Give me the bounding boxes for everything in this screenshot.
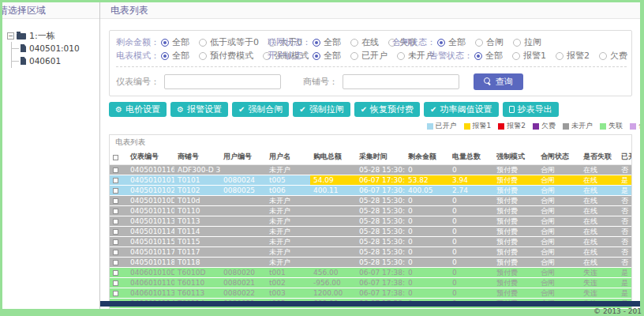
table-cell: [220, 247, 266, 258]
row-checkbox[interactable]: [113, 239, 118, 245]
row-checkbox[interactable]: [113, 209, 118, 214]
row-checkbox[interactable]: [113, 198, 118, 204]
tree-node-root[interactable]: − 1:一栋: [7, 30, 99, 42]
row-checkbox[interactable]: [113, 219, 118, 224]
table-row[interactable]: 0405010114T0114未开户05-28 15:30:0000预付费合闸在…: [110, 227, 631, 237]
radio-option[interactable]: 报警1: [512, 50, 546, 62]
row-checkbox[interactable]: [113, 167, 118, 173]
radio-option[interactable]: 欠费: [599, 50, 627, 62]
check-icon: ✔: [361, 106, 367, 114]
table-row[interactable]: 040601010DT6010D0080020t001456.0006-07 1…: [110, 268, 631, 278]
table-cell: 在线: [580, 186, 618, 196]
radio-option[interactable]: 报警2: [556, 50, 590, 62]
强制拉闸-button[interactable]: ✔强制拉闸: [293, 102, 350, 117]
legend-item: 合闸: [630, 121, 640, 131]
tree-node-040601[interactable]: 040601: [21, 55, 99, 67]
table-row[interactable]: 0405010110T0110未开户05-28 15:30:0000预付费合闸在…: [110, 206, 631, 216]
query-button[interactable]: 查询: [474, 73, 523, 90]
radio-selected-icon[interactable]: [313, 52, 320, 60]
radio-option[interactable]: 未开户: [397, 50, 434, 62]
table-cell: 06-07 17:38:00: [356, 309, 405, 310]
select-all-checkbox[interactable]: [113, 155, 118, 160]
row-checkbox[interactable]: [113, 270, 118, 276]
radio-icon[interactable]: [556, 52, 564, 60]
radio-option[interactable]: 全部: [313, 50, 341, 62]
抄表导出-button[interactable]: 抄表导出: [503, 102, 559, 117]
row-checkbox[interactable]: [113, 178, 118, 183]
radio-icon[interactable]: [475, 39, 483, 47]
collapse-icon[interactable]: −: [7, 32, 14, 40]
功率阈值设置-button[interactable]: ✔功率阈值设置: [424, 102, 498, 117]
table-cell: 0405010102: [127, 186, 174, 196]
电价设置-button[interactable]: ⚙电价设置: [109, 102, 167, 117]
table-row[interactable]: 040501010DT010d未开户05-28 15:30:0000预付费合闸在…: [110, 196, 631, 206]
doc-icon: [509, 106, 515, 113]
radio-option[interactable]: 预付费模式: [199, 50, 253, 62]
row-checkbox[interactable]: [113, 250, 118, 255]
table-cell: 0: [449, 237, 493, 247]
table-row[interactable]: 0406010110T601100080021t002-956.0006-07 …: [110, 278, 631, 288]
radio-option[interactable]: 已开户: [350, 50, 388, 62]
table-row[interactable]: 0405010113T0113未开户05-28 15:30:0000预付费合闸在…: [110, 216, 631, 227]
column-header: 商铺号: [174, 149, 220, 165]
legend-swatch: [498, 123, 504, 130]
radio-option[interactable]: 全部: [474, 50, 503, 62]
meter-no-input[interactable]: [164, 74, 281, 89]
radio-selected-icon[interactable]: [474, 52, 482, 60]
table-cell: 在线: [580, 206, 618, 216]
报警设置-button[interactable]: ⚙报警设置: [170, 102, 228, 117]
radio-option[interactable]: 全部: [161, 36, 189, 48]
table-row[interactable]: 0405010116ADF300-D 3未开户05-28 15:30:0000预…: [110, 165, 631, 175]
radio-selected-icon[interactable]: [161, 52, 169, 60]
table-row[interactable]: 0405010115T0115未开户05-28 15:30:0000预付费合闸在…: [110, 237, 631, 247]
table-row[interactable]: 0405010117T0117未开户05-28 15:30:0000预付费合闸在…: [110, 247, 631, 258]
row-checkbox[interactable]: [113, 260, 118, 265]
radio-icon[interactable]: [199, 39, 207, 47]
radio-option[interactable]: 拉闸: [513, 36, 541, 48]
radio-selected-icon[interactable]: [313, 39, 320, 47]
legend-label: 已开户: [436, 121, 457, 131]
radio-option[interactable]: 在线: [350, 36, 379, 48]
radio-option[interactable]: 合闸: [475, 36, 504, 48]
radio-option[interactable]: 全部: [313, 36, 341, 48]
row-checkbox[interactable]: [113, 280, 118, 286]
table-cell: 合闸: [537, 175, 580, 186]
row-checkbox[interactable]: [113, 188, 118, 194]
radio-option[interactable]: 全部: [161, 50, 189, 62]
row-checkbox[interactable]: [113, 229, 118, 235]
tree-node-label: 1:一栋: [29, 30, 55, 42]
table-cell: 合闸: [537, 288, 580, 299]
table-cell: 预付费: [493, 186, 537, 196]
radio-icon[interactable]: [599, 52, 607, 60]
强制合闸-button[interactable]: ✔强制合闸: [232, 102, 289, 117]
table-row[interactable]: 0405010118T0118未开户05-28 15:30:0000预付费合闸在…: [110, 258, 631, 268]
radio-icon[interactable]: [513, 39, 521, 47]
table-body: 0405010116ADF300-D 3未开户05-28 15:30:0000预…: [110, 165, 631, 310]
radio-option[interactable]: 低于或等于0: [199, 36, 259, 48]
table-cell: 400.05: [405, 186, 449, 196]
radio-icon[interactable]: [397, 52, 405, 60]
radio-icon[interactable]: [350, 39, 358, 47]
radio-selected-icon[interactable]: [161, 39, 169, 47]
radio-icon[interactable]: [199, 52, 207, 60]
radio-selected-icon[interactable]: [437, 39, 445, 47]
row-checkbox[interactable]: [113, 291, 118, 296]
shop-no-input[interactable]: [343, 74, 459, 89]
table-row[interactable]: 0406010115T601150080023t0042444.0006-07 …: [110, 309, 631, 310]
table-cell: 预付费: [493, 196, 537, 206]
table-row[interactable]: 0405010102T01020080025t006400.1106-07 17…: [110, 186, 631, 196]
radio-icon[interactable]: [350, 52, 358, 60]
table-cell: 是: [618, 288, 631, 299]
filter-group: 剩余金额：全部低于或等于0大于0: [116, 36, 268, 48]
恢复预付费-button[interactable]: ✔恢复预付费: [354, 102, 420, 117]
radio-icon[interactable]: [512, 52, 520, 60]
radio-option[interactable]: 全部: [437, 36, 466, 48]
table-cell: 合闸: [537, 216, 580, 227]
tree-node-040501:010[interactable]: 040501:010: [21, 42, 99, 55]
row-checkbox-cell: [110, 288, 127, 299]
meter-panel: 电表列表 剩余金额：全部低于或等于0大于0联网状态：全部在线失联合闸状态：全部合…: [100, 2, 640, 309]
table-row[interactable]: 0405010101T01010080024t00554.0906-07 17:…: [110, 175, 631, 186]
table-row[interactable]: 0406010113T601130080022t0031200.0006-07 …: [110, 288, 631, 299]
meter-table: 仪表编号商铺号用户编号用户名购电总额采集时间剩余金额电量总数强制模式合闸状态是否…: [110, 149, 631, 309]
table-cell: 0405010117: [127, 247, 174, 258]
